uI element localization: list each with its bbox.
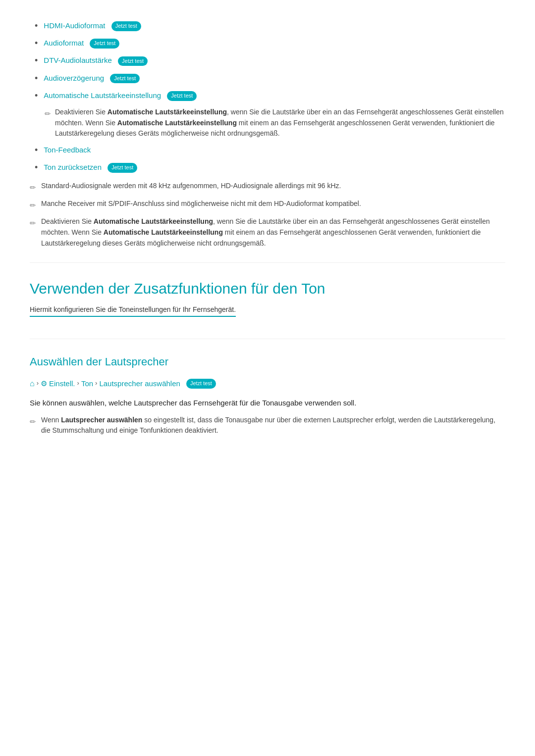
breadcrumb-lautsprecher[interactable]: Lautsprecher auswählen — [99, 378, 180, 390]
bullet-list-section: • HDMI-Audioformat Jetzt test • Audiofor… — [30, 20, 505, 249]
section-main-desc: Hiermit konfigurieren Sie die Toneinstel… — [30, 304, 236, 316]
list-item-content: DTV-Audiolautstärke Jetzt test — [44, 54, 148, 66]
auto-sub-note: ✏ Deaktivieren Sie Automatische Lautstär… — [45, 107, 505, 139]
auto-note-link1[interactable]: Automatische Lautstärkeeinstellung — [107, 108, 227, 116]
list-item-hdmi: • HDMI-Audioformat Jetzt test — [30, 20, 505, 32]
bullet-dot: • — [35, 144, 38, 156]
auto-note-text: Deaktivieren Sie Automatische Lautstärke… — [55, 107, 505, 139]
breadcrumb-ton[interactable]: Ton — [81, 378, 93, 390]
list-item-audioformat: • Audioformat Jetzt test — [30, 37, 505, 50]
auto-note-link2[interactable]: Automatische Lautstärkeeinstellung — [117, 119, 237, 127]
list-item-content: Audioformat Jetzt test — [44, 37, 119, 49]
section-sub-title: Auswählen der Lautsprecher — [30, 353, 505, 370]
list-item-reset: • Ton zurücksetzen Jetzt test — [30, 161, 505, 174]
hdmi-link[interactable]: HDMI-Audioformat — [44, 21, 105, 30]
note3-link1[interactable]: Automatische Lautstärkeeinstellung — [94, 217, 213, 225]
list-item-dtv: • DTV-Audiolautstärke Jetzt test — [30, 54, 505, 67]
bullet-dot: • — [35, 20, 38, 32]
bullet-dot: • — [35, 54, 38, 67]
reset-badge[interactable]: Jetzt test — [107, 163, 137, 173]
reset-link[interactable]: Ton zurücksetzen — [44, 163, 102, 171]
delay-badge[interactable]: Jetzt test — [110, 74, 140, 84]
speaker-note-text: Wenn Lautsprecher auswählen so eingestel… — [41, 415, 505, 436]
bullet-dot: • — [35, 37, 38, 50]
list-item-feedback: • Ton-Feedback — [30, 144, 505, 156]
breadcrumb-einstell[interactable]: Einstell. — [49, 378, 75, 390]
pencil-icon-speaker: ✏ — [30, 416, 36, 428]
section-main-title: Verwenden der Zusatzfunktionen für den T… — [30, 277, 505, 301]
breadcrumb-sep-3: › — [95, 378, 97, 389]
bullet-dot: • — [35, 90, 38, 102]
pencil-icon-2: ✏ — [30, 200, 36, 211]
breadcrumb-sep-1: › — [37, 378, 39, 389]
body-text: Sie können auswählen, welche Lautspreche… — [30, 397, 505, 409]
breadcrumb-badge[interactable]: Jetzt test — [186, 379, 216, 389]
feedback-link[interactable]: Ton-Feedback — [44, 146, 91, 154]
note-text-1: Standard-Audiosignale werden mit 48 kHz … — [41, 181, 341, 192]
note-row-3: ✏ Deaktivieren Sie Automatische Lautstär… — [30, 216, 505, 249]
main-bullet-list: • HDMI-Audioformat Jetzt test • Audiofor… — [30, 20, 505, 102]
auto-link[interactable]: Automatische Lautstärkeeinstellung — [44, 91, 161, 100]
speaker-note-link[interactable]: Lautsprecher auswählen — [61, 416, 142, 424]
note-row-1: ✏ Standard-Audiosignale werden mit 48 kH… — [30, 181, 505, 194]
pencil-icon: ✏ — [45, 108, 51, 120]
list-item-content: HDMI-Audioformat Jetzt test — [44, 20, 141, 32]
breadcrumb: ⌂ › ⚙ Einstell. › Ton › Lautsprecher aus… — [30, 377, 505, 390]
bullet-dot: • — [35, 72, 38, 85]
speaker-note: ✏ Wenn Lautsprecher auswählen so eingest… — [30, 415, 505, 436]
secondary-bullet-list: • Ton-Feedback • Ton zurücksetzen Jetzt … — [30, 144, 505, 174]
pencil-icon-3: ✏ — [30, 217, 36, 229]
audioformat-link[interactable]: Audioformat — [44, 39, 84, 47]
auto-badge[interactable]: Jetzt test — [167, 91, 197, 101]
list-item-delay: • Audioverzögerung Jetzt test — [30, 72, 505, 85]
section-divider-2 — [30, 339, 505, 339]
list-item-content: Ton-Feedback — [44, 144, 91, 156]
dtv-badge[interactable]: Jetzt test — [118, 56, 148, 66]
section-divider — [30, 262, 505, 263]
pencil-icon-1: ✏ — [30, 182, 36, 194]
note-text-3: Deaktivieren Sie Automatische Lautstärke… — [41, 216, 505, 249]
list-item-auto: • Automatische Lautstärkeeinstellung Jet… — [30, 90, 505, 102]
hdmi-badge[interactable]: Jetzt test — [111, 21, 141, 31]
gear-icon: ⚙ — [41, 378, 47, 390]
main-section: Verwenden der Zusatzfunktionen für den T… — [30, 277, 505, 324]
audioformat-badge[interactable]: Jetzt test — [90, 39, 119, 49]
breadcrumb-sep-2: › — [77, 378, 79, 389]
bullet-dot: • — [35, 161, 38, 174]
note-text-2: Manche Receiver mit S/PDIF-Anschluss sin… — [41, 199, 361, 209]
bottom-notes: ✏ Standard-Audiosignale werden mit 48 kH… — [30, 181, 505, 249]
list-item-content: Ton zurücksetzen Jetzt test — [44, 161, 137, 173]
dtv-link[interactable]: DTV-Audiolautstärke — [44, 56, 112, 64]
note-row-2: ✏ Manche Receiver mit S/PDIF-Anschluss s… — [30, 199, 505, 211]
list-item-content: Automatische Lautstärkeeinstellung Jetzt… — [44, 90, 197, 101]
sub-section: Auswählen der Lautsprecher ⌂ › ⚙ Einstel… — [30, 353, 505, 436]
note3-link2[interactable]: Automatische Lautstärkeeinstellung — [104, 228, 223, 236]
home-icon[interactable]: ⌂ — [30, 377, 35, 390]
list-item-content: Audioverzögerung Jetzt test — [44, 72, 140, 84]
delay-link[interactable]: Audioverzögerung — [44, 74, 104, 82]
